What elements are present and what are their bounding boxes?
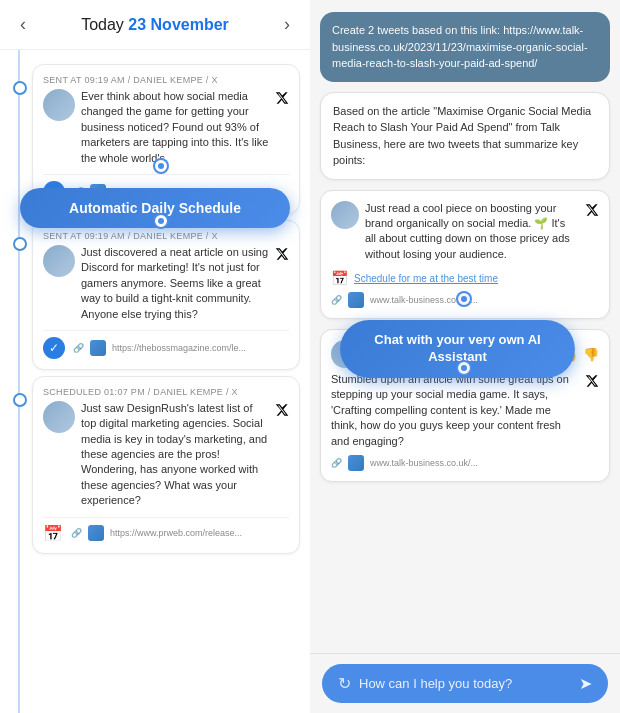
link-icon-3: 🔗 [71, 528, 82, 538]
title-date: 23 November [128, 16, 229, 33]
post-author-3: / DANIEL KEMPE / X [145, 387, 238, 397]
check-button-2[interactable]: ✓ [43, 337, 65, 359]
title-prefix: Today [81, 16, 128, 33]
link-favicon-2 [90, 340, 106, 356]
tweet-actions-row-1: 📅 Schedule for me at the best time [331, 270, 599, 286]
post-meta-2: SENT AT 09:19 AM / DANIEL KEMPE / X [43, 231, 289, 241]
nav-forward-button[interactable]: › [280, 10, 294, 39]
header-title: Today 23 November [81, 16, 229, 34]
send-icon[interactable]: ➤ [579, 674, 592, 693]
post-content-1: Ever think about how social media change… [43, 89, 289, 166]
chat-bubble-user: Create 2 tweets based on this link: http… [320, 12, 610, 82]
post-author-1: / DANIEL KEMPE / X [125, 75, 218, 85]
link-favicon-tweet1 [348, 292, 364, 308]
post-meta-3: SCHEDULED 01:07 PM / DANIEL KEMPE / X [43, 387, 289, 397]
link-favicon-daniel [348, 455, 364, 471]
x-social-icon-1 [275, 91, 289, 105]
daniel-link-text: www.talk-business.co.uk/... [370, 458, 478, 468]
header: ‹ Today 23 November › [0, 0, 310, 50]
ai-badge-dot-top [458, 293, 470, 305]
chat-bubble-ai: Based on the article "Maximise Organic S… [320, 92, 610, 180]
link-icon-daniel: 🔗 [331, 458, 342, 468]
x-social-icon-daniel [585, 374, 599, 388]
link-preview-3[interactable]: 🔗 https://www.prweb.com/release... [71, 525, 289, 541]
post-meta-1: SENT AT 09:19 AM / DANIEL KEMPE / X [43, 75, 289, 85]
x-social-icon-tweet1 [585, 203, 599, 217]
link-favicon-3 [88, 525, 104, 541]
post-card-3: SCHEDULED 01:07 PM / DANIEL KEMPE / X Ju… [32, 376, 300, 554]
refresh-icon: ↻ [338, 674, 351, 693]
timeline-container: SENT AT 09:19 AM / DANIEL KEMPE / X Ever… [0, 50, 310, 713]
schedule-link-1[interactable]: Schedule for me at the best time [354, 273, 498, 284]
nav-back-button[interactable]: ‹ [16, 10, 30, 39]
link-icon-tweet1: 🔗 [331, 295, 342, 305]
calendar-icon-tweet1: 📅 [331, 270, 348, 286]
post-author-2: / DANIEL KEMPE / X [125, 231, 218, 241]
avatar-3 [43, 401, 75, 433]
calendar-icon-3: 📅 [43, 524, 63, 543]
avatar-2 [43, 245, 75, 277]
ai-badge-dot-bottom [458, 362, 470, 374]
badge-dot-bottom [155, 215, 167, 227]
ai-badge-line1: Chat with your very own AI [374, 332, 540, 347]
link-text-2: https://thebossmagazine.com/le... [112, 343, 246, 353]
chat-ai-text: Based on the article "Maximise Organic S… [333, 105, 591, 167]
ai-badge-line2: Assistant [428, 349, 487, 364]
daniel-content-row: Stumbled upon an article with some great… [331, 372, 599, 449]
avatar-1 [43, 89, 75, 121]
chat-user-text: Create 2 tweets based on this link: http… [332, 24, 588, 69]
post-actions-3: 📅 🔗 https://www.prweb.com/release... [43, 517, 289, 543]
x-social-icon-3 [275, 403, 289, 417]
link-text-3: https://www.prweb.com/release... [110, 528, 242, 538]
tweet-avatar-1 [331, 201, 359, 229]
daniel-link-preview: 🔗 www.talk-business.co.uk/... [331, 455, 599, 471]
post-time-3: SCHEDULED 01:07 PM [43, 387, 145, 397]
post-card-2: SENT AT 09:19 AM / DANIEL KEMPE / X Just… [32, 220, 300, 370]
post-text-3: Just saw DesignRush's latest list of top… [81, 401, 269, 509]
link-preview-2[interactable]: 🔗 https://thebossmagazine.com/le... [73, 340, 289, 356]
tweet-text-1: Just read a cool piece on boosting your … [365, 201, 579, 263]
right-panel: Chat with your very own AI Assistant Cre… [310, 0, 620, 713]
tweet-content-row-1: Just read a cool piece on boosting your … [331, 201, 599, 263]
post-text-1: Ever think about how social media change… [81, 89, 269, 166]
chat-input-inner[interactable]: ↻ How can I help you today? ➤ [322, 664, 608, 703]
x-social-icon-2 [275, 247, 289, 261]
chat-input-bar: ↻ How can I help you today? ➤ [310, 653, 620, 713]
post-content-2: Just discovered a neat article on using … [43, 245, 289, 322]
daniel-text: Stumbled upon an article with some great… [331, 372, 579, 449]
badge-dot-top [155, 160, 167, 172]
thumbs-down-icon[interactable]: 👎 [583, 347, 599, 362]
link-icon-2: 🔗 [73, 343, 84, 353]
timeline-line [18, 50, 20, 713]
post-text-2: Just discovered a neat article on using … [81, 245, 269, 322]
chat-input-placeholder[interactable]: How can I help you today? [359, 676, 571, 691]
post-actions-2: ✓ 🔗 https://thebossmagazine.com/le... [43, 330, 289, 359]
post-content-3: Just saw DesignRush's latest list of top… [43, 401, 289, 509]
post-time-1: SENT AT 09:19 AM [43, 75, 125, 85]
left-panel: ‹ Today 23 November › Automatic Daily Sc… [0, 0, 310, 713]
post-time-2: SENT AT 09:19 AM [43, 231, 125, 241]
